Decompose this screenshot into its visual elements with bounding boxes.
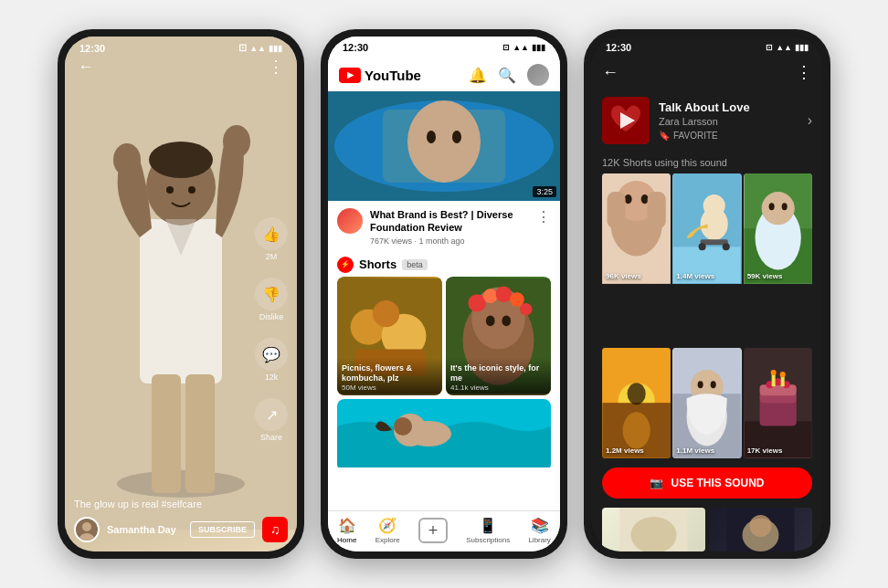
sound-cell-4[interactable]: 1.2M views — [602, 348, 671, 458]
sound-thumb-svg — [602, 97, 650, 144]
back-icon[interactable]: ← — [78, 58, 94, 77]
more-icon[interactable]: ⋮ — [268, 57, 284, 77]
svg-point-55 — [723, 243, 730, 250]
notification-icon[interactable]: 🔔 — [469, 67, 487, 84]
nav-subscriptions[interactable]: 📱 Subscriptions — [466, 517, 510, 544]
svg-rect-8 — [185, 374, 215, 493]
cell2-bg — [672, 173, 741, 284]
battery-icon2: ▮▮▮ — [532, 43, 545, 52]
more-icon3[interactable]: ⋮ — [796, 62, 812, 82]
svg-rect-82 — [771, 374, 775, 387]
phone1-screen: 12:30 ⊡ ▲▲ ▮▮▮ ← ⋮ 👍 2M — [65, 37, 297, 551]
short-card-1[interactable]: Picnics, flowers & kombucha, plz 50M vie… — [337, 277, 442, 395]
svg-point-72 — [698, 382, 703, 389]
sound-cell-6[interactable]: 17K views — [744, 348, 812, 458]
comment-icon: 💬 — [255, 338, 288, 371]
cell5-views: 1.1M views — [676, 446, 714, 455]
portrait-icon2: ⊡ — [502, 43, 510, 52]
phone1-status-bar: 12:30 ⊡ ▲▲ ▮▮▮ — [65, 37, 297, 58]
camera-icon: 📷 — [650, 477, 663, 489]
sound-details: Talk About Love Zara Larsson 🔖 FAVORITE — [659, 100, 798, 141]
nav-add[interactable]: + — [418, 518, 448, 543]
video-meta: 767K views · 1 month ago — [370, 236, 529, 246]
phone-2: 12:30 ⊡ ▲▲ ▮▮▮ ▶ YouTube 🔔 🔍 — [321, 29, 567, 559]
sound-cell-5[interactable]: 1.1M views — [672, 348, 741, 458]
search-icon[interactable]: 🔍 — [498, 67, 516, 84]
portrait-icon: ⊡ — [238, 42, 247, 54]
video-caption: The glow up is real #selfcare — [74, 499, 288, 509]
user-avatar — [74, 517, 100, 542]
phone3-header: ← ⋮ — [591, 57, 823, 89]
phone1-top-bar: ← ⋮ — [65, 57, 297, 77]
svg-point-23 — [373, 300, 399, 327]
pool-thumbnail[interactable] — [337, 399, 551, 471]
short2-overlay: It's the iconic style, for me 41.1k view… — [446, 358, 551, 395]
svg-point-85 — [779, 373, 785, 378]
svg-point-18 — [427, 131, 436, 143]
cell4-thumb: 1.2M views — [602, 348, 671, 458]
wifi-icon3: ▲▲ — [776, 43, 792, 52]
short-thumb-1: Picnics, flowers & kombucha, plz 50M vie… — [337, 277, 442, 395]
share-icon: ↗ — [255, 398, 288, 431]
sound-cell-1[interactable]: 96K views — [602, 173, 671, 346]
cell1-views: 96K views — [606, 272, 641, 280]
svg-point-84 — [770, 371, 776, 376]
svg-point-17 — [407, 100, 481, 183]
svg-point-45 — [625, 194, 632, 204]
like-action[interactable]: 👍 2M — [255, 217, 288, 261]
explore-icon: 🧭 — [378, 517, 396, 534]
wifi-icon2: ▲▲ — [513, 43, 529, 52]
music-button[interactable]: ♫ — [262, 517, 288, 542]
comment-action[interactable]: 💬 12k — [255, 338, 288, 382]
dislike-action[interactable]: 👎 Dislike — [255, 278, 288, 321]
nav-library[interactable]: 📚 Library — [528, 517, 550, 544]
short-thumb-2: It's the iconic style, for me 41.1k view… — [446, 277, 551, 395]
subscriptions-icon: 📱 — [479, 517, 497, 534]
sound-cell-3[interactable]: 59K views — [744, 173, 812, 346]
cell4-bg — [602, 348, 671, 458]
svg-point-90 — [750, 515, 772, 537]
channel-avatar — [337, 208, 363, 234]
sound-thumbnail[interactable] — [602, 97, 650, 144]
subscribe-button[interactable]: SUBSCRIBE — [190, 521, 255, 538]
svg-point-39 — [394, 417, 412, 436]
svg-point-52 — [703, 194, 725, 216]
cell-bottom-1[interactable] — [602, 508, 705, 551]
sound-cell-2[interactable]: 1.4M views — [672, 173, 741, 346]
use-sound-label: USE THIS SOUND — [671, 477, 764, 489]
dislike-label: Dislike — [259, 312, 284, 321]
svg-point-34 — [502, 315, 511, 326]
phone3-time: 12:30 — [606, 42, 631, 53]
video-details: What Brand is Best? | Diverse Foundation… — [370, 208, 529, 246]
back-icon3[interactable]: ← — [602, 63, 618, 82]
nav-explore[interactable]: 🧭 Explore — [375, 517, 400, 544]
add-button: + — [418, 518, 448, 543]
user-avatar-small[interactable] — [527, 64, 549, 86]
favorite-label: FAVORITE — [673, 131, 718, 141]
cell-bottom-2[interactable] — [709, 508, 812, 551]
share-action[interactable]: ↗ Share — [255, 398, 288, 442]
video-more-icon[interactable]: ⋮ — [536, 208, 551, 246]
pool-illustration — [337, 399, 551, 467]
use-sound-button[interactable]: 📷 USE THIS SOUND — [602, 467, 812, 499]
shorts-grid: Picnics, flowers & kombucha, plz 50M vie… — [328, 277, 560, 395]
phone2-status-bar: 12:30 ⊡ ▲▲ ▮▮▮ — [328, 37, 560, 57]
phone2-time: 12:30 — [343, 42, 368, 53]
sound-favorite[interactable]: 🔖 FAVORITE — [659, 131, 798, 141]
shorts-header: ⚡ Shorts beta — [328, 253, 560, 277]
three-phones-container: 12:30 ⊡ ▲▲ ▮▮▮ ← ⋮ 👍 2M — [39, 11, 849, 577]
svg-point-6 — [223, 125, 250, 158]
sound-count: 12K Shorts using this sound — [591, 152, 823, 173]
svg-point-54 — [699, 243, 706, 250]
svg-point-10 — [188, 186, 196, 194]
featured-video-thumbnail[interactable]: 3:25 — [328, 91, 560, 201]
phone1-bottom: The glow up is real #selfcare Samantha D… — [74, 499, 288, 542]
svg-point-29 — [483, 289, 498, 303]
short-card-2[interactable]: It's the iconic style, for me 41.1k view… — [446, 277, 551, 395]
cell3-bg — [744, 173, 812, 284]
nav-home[interactable]: 🏠 Home — [337, 517, 356, 544]
video-duration: 3:25 — [533, 186, 556, 197]
yt-header-icons: 🔔 🔍 — [469, 64, 549, 86]
svg-point-73 — [711, 382, 716, 389]
chevron-right-icon[interactable]: › — [808, 112, 812, 129]
